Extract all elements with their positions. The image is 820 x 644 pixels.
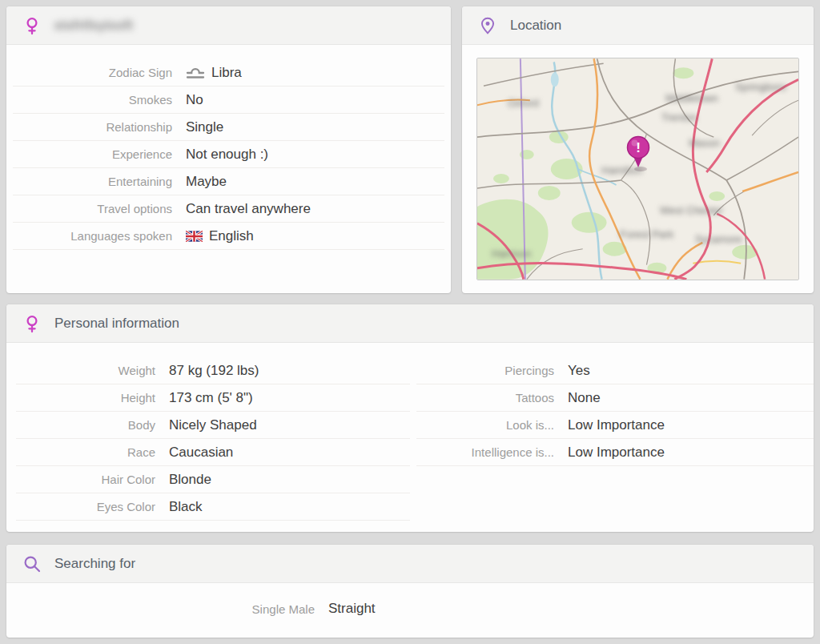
location-marker-icon: !	[626, 135, 650, 172]
row-value: Low Importance	[568, 417, 665, 433]
map-place-label: Trenton	[661, 111, 697, 123]
personal-row-height: Height 173 cm (5' 8")	[16, 384, 410, 412]
personal-card-header: Personal information	[6, 304, 814, 343]
row-label: Languages spoken	[13, 229, 172, 243]
row-label: Entertaining	[13, 175, 172, 188]
row-label: Hair Color	[16, 473, 155, 486]
map-place-label: Forest Park	[620, 228, 673, 240]
row-label: Zodiac Sign	[13, 66, 172, 79]
map-place-label: Oxford	[508, 97, 539, 109]
svg-text:!: !	[636, 140, 641, 155]
libra-icon	[186, 66, 205, 79]
profile-row-entertaining: Entertaining Maybe	[13, 168, 444, 195]
row-value: Maybe	[186, 174, 227, 190]
row-value: Nicely Shaped	[169, 417, 257, 433]
personal-row-hair-color: Hair Color Blonde	[16, 466, 410, 493]
row-value: Yes	[568, 363, 590, 379]
row-label: Eyes Color	[16, 500, 155, 513]
personal-right-column: Piercings Yes Tattoos None Look is... Lo…	[410, 343, 814, 521]
personal-information-card: Personal information Weight 87 kg (192 l…	[6, 304, 814, 532]
row-value: Libra	[186, 65, 242, 81]
row-value: 87 kg (192 lbs)	[169, 363, 259, 379]
personal-row-eyes-color: Eyes Color Black	[16, 493, 410, 521]
row-label: Body	[16, 418, 155, 432]
row-value: Straight	[328, 601, 376, 617]
personal-card-title: Personal information	[54, 316, 179, 332]
profile-row-experience: Experience Not enough :)	[13, 141, 444, 168]
profile-row-smokes: Smokes No	[13, 87, 444, 114]
profile-row-zodiac: Zodiac Sign Libra	[13, 59, 444, 87]
row-value: 173 cm (5' 8")	[169, 390, 253, 406]
row-label: Piercings	[416, 364, 554, 377]
female-icon	[22, 314, 42, 333]
location-card-header: Location	[462, 6, 814, 45]
map-place-label: Middletown	[665, 92, 718, 104]
personal-row-race: Race Caucasian	[16, 439, 410, 466]
profile-card-header: xtxfrtfxytxxft	[6, 6, 451, 45]
row-value: Single	[186, 119, 223, 135]
row-value: Low Importance	[568, 445, 665, 461]
row-label: Height	[16, 391, 155, 405]
row-label: Relationship	[13, 120, 172, 134]
searching-card-header: Searching for	[6, 545, 814, 583]
searching-card-title: Searching for	[54, 556, 135, 572]
row-value: None	[568, 390, 601, 406]
personal-row-tattoos: Tattoos None	[416, 384, 814, 412]
map-place-label: Harrison	[492, 248, 531, 260]
row-value: Blonde	[169, 472, 211, 488]
personal-row-body: Body Nicely Shaped	[16, 412, 410, 439]
row-label: Tattoos	[416, 391, 554, 405]
map-place-label: West Chester	[660, 204, 723, 216]
row-value: Not enough :)	[186, 147, 268, 163]
map-pin-icon	[478, 16, 497, 35]
map-place-label: Springboro	[735, 81, 786, 93]
row-value: Caucasian	[169, 445, 233, 461]
profile-row-languages: Languages spoken English	[13, 223, 444, 250]
map-place-label: Sycamore	[695, 233, 742, 245]
row-label: Smokes	[13, 93, 172, 107]
row-value: English	[186, 228, 254, 244]
personal-row-weight: Weight 87 kg (192 lbs)	[16, 357, 410, 384]
row-label: Single Male	[13, 602, 315, 616]
location-card-title: Location	[510, 18, 561, 34]
row-value: Can travel anywhere	[186, 201, 311, 217]
search-icon	[22, 554, 42, 574]
row-label: Weight	[16, 364, 155, 377]
map-image: Oxford Springboro Middletown Trenton Mas…	[476, 58, 799, 280]
profile-row-relationship: Relationship Single	[13, 114, 444, 141]
row-label: Travel options	[13, 202, 172, 215]
female-icon	[22, 16, 42, 35]
map-place-label: Mason	[689, 137, 720, 149]
uk-flag-icon	[186, 231, 203, 242]
personal-left-column: Weight 87 kg (192 lbs) Height 173 cm (5'…	[6, 343, 410, 521]
personal-row-look-importance: Look is... Low Importance	[416, 412, 814, 439]
personal-row-intelligence-importance: Intelligence is... Low Importance	[416, 439, 814, 466]
row-value: No	[186, 92, 203, 108]
personal-row-piercings: Piercings Yes	[416, 357, 814, 384]
profile-row-travel: Travel options Can travel anywhere	[13, 195, 444, 223]
username-blurred: xtxfrtfxytxxft	[54, 18, 133, 33]
searching-row-single-male: Single Male Straight	[13, 595, 807, 622]
location-card: Location	[462, 6, 814, 293]
row-label: Race	[16, 445, 155, 459]
row-label: Experience	[13, 147, 172, 161]
searching-for-card: Searching for Single Male Straight	[6, 545, 814, 638]
profile-summary-card: xtxfrtfxytxxft Zodiac Sign Libra Smokes …	[6, 6, 451, 293]
row-label: Intelligence is...	[416, 445, 554, 459]
row-label: Look is...	[416, 418, 554, 432]
row-value: Black	[169, 499, 203, 515]
